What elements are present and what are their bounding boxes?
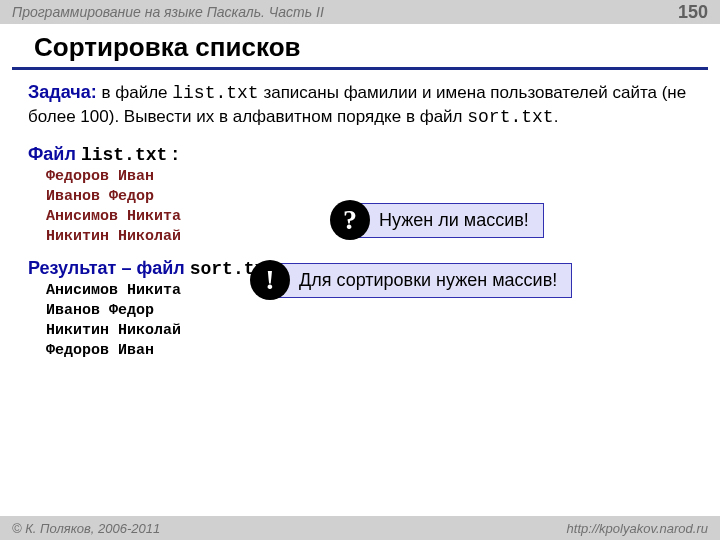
task-file1: list.txt	[172, 83, 258, 103]
task-block: Задача: в файле list.txt записаны фамили…	[28, 80, 692, 130]
output-label-prefix: Результат – файл	[28, 258, 190, 278]
task-label: Задача:	[28, 82, 97, 102]
task-text-1: в файле	[97, 83, 173, 102]
answer-text: Для сортировки нужен массив!	[278, 263, 572, 298]
input-label: Файл list.txt :	[28, 144, 692, 165]
header-bar: Программирование на языке Паскаль. Часть…	[0, 0, 720, 24]
copyright: © К. Поляков, 2006-2011	[12, 521, 160, 536]
footer-bar: © К. Поляков, 2006-2011 http://kpolyakov…	[0, 516, 720, 540]
answer-callout: ! Для сортировки нужен массив!	[250, 260, 572, 300]
list-item: Никитин Николай	[46, 321, 692, 341]
content: Задача: в файле list.txt записаны фамили…	[0, 80, 720, 362]
exclamation-icon: !	[250, 260, 290, 300]
list-item: Федоров Иван	[46, 341, 692, 361]
list-item: Иванов Федор	[46, 301, 692, 321]
input-label-suffix: :	[167, 144, 178, 164]
course-title: Программирование на языке Паскаль. Часть…	[12, 4, 324, 20]
task-text-3: .	[554, 107, 559, 126]
input-filename: list.txt	[81, 145, 167, 165]
question-text: Нужен ли массив!	[358, 203, 544, 238]
footer-url: http://kpolyakov.narod.ru	[567, 521, 708, 536]
list-item: Федоров Иван	[46, 167, 692, 187]
input-label-prefix: Файл	[28, 144, 81, 164]
task-file2: sort.txt	[467, 107, 553, 127]
question-icon: ?	[330, 200, 370, 240]
page-number: 150	[678, 2, 708, 23]
question-callout: ? Нужен ли массив!	[330, 200, 544, 240]
page-title: Сортировка списков	[12, 24, 708, 70]
